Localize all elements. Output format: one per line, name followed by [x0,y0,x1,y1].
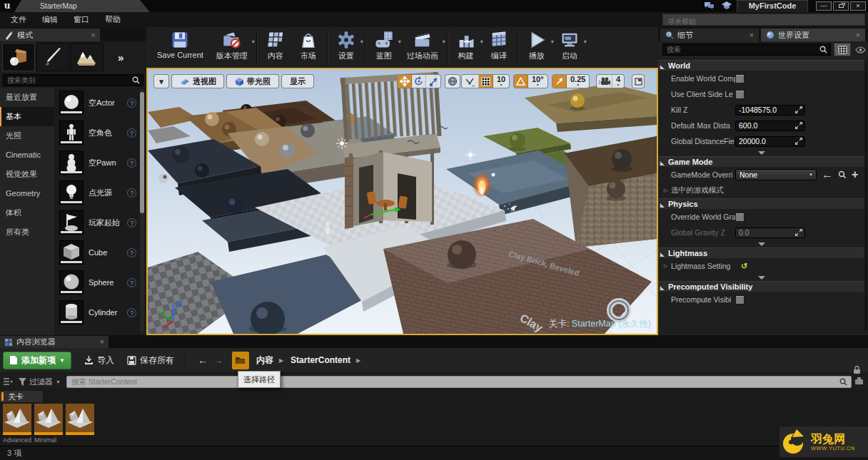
help-badge[interactable]: ? [127,98,136,108]
toolbar-button-source-control[interactable]: ▾版本管理 [210,27,254,68]
rotate-tool-button[interactable] [412,75,426,88]
rotation-snap-icon[interactable] [514,75,528,88]
content-search-input[interactable] [67,377,839,386]
breadcrumb-root[interactable]: 内容 [256,354,273,367]
place-mode-button[interactable] [2,43,35,71]
toolbar-button-play[interactable]: ▾播放 [520,27,553,68]
menu-item[interactable]: 文件 [3,12,34,27]
modes-scrollbar[interactable] [140,90,144,332]
toolbar-button-build[interactable]: ▾构建 [450,27,483,68]
lit-mode-button[interactable]: 带光照 [226,74,279,88]
help-badge[interactable]: ? [127,128,136,138]
tab-details[interactable]: i 细节 × [660,29,759,41]
number-field[interactable]: 0.0 [735,228,805,238]
close-button[interactable]: × [850,1,866,11]
chevron-down-icon[interactable]: ▾ [252,39,255,45]
tutorials-icon[interactable] [721,1,732,11]
viewport-options-button[interactable]: ▾ [153,74,169,88]
mode-category[interactable]: 所有类 [0,223,54,242]
modes-search[interactable] [3,74,143,86]
mode-category[interactable]: 体积 [0,203,54,223]
asset-tile[interactable] [66,404,94,443]
help-search[interactable] [662,14,865,26]
placement-item[interactable]: 空Pawn? [54,148,140,178]
eye-icon[interactable] [854,43,867,56]
scale-snap-icon[interactable] [552,75,567,88]
menu-item[interactable]: 帮助 [97,12,128,27]
tab-modes[interactable]: 模式 × [0,29,100,41]
checkbox[interactable] [735,74,745,83]
checkbox[interactable] [735,213,745,222]
help-badge[interactable]: ? [127,308,136,317]
scale-tool-button[interactable] [426,75,440,88]
modes-search-input[interactable] [4,76,132,84]
collection-levels[interactable]: 关卡 [0,391,43,402]
chevron-down-icon[interactable]: ▾ [360,39,363,45]
toolbar-button-launch[interactable]: ▾启动 [553,27,586,68]
reset-arrows-icon[interactable] [795,138,804,145]
reset-to-default-icon[interactable]: ↺ [741,262,747,271]
breadcrumb-path[interactable]: StarterContent [291,355,350,365]
help-badge[interactable]: ? [127,248,136,257]
content-search[interactable] [66,376,852,388]
world-coordinates-icon[interactable] [445,75,460,88]
settings-scrollbar[interactable] [864,60,867,331]
checkbox[interactable] [735,295,745,305]
chevron-down-icon[interactable]: ▾ [443,39,445,45]
property-matrix-button[interactable] [834,43,851,56]
camera-speed-icon[interactable] [597,75,612,88]
toolbar-button-settings[interactable]: ▾设置 [330,27,363,68]
toolbar-button-floppy[interactable]: Save Current [151,27,210,68]
number-field[interactable]: -1048575.0 [735,105,805,116]
menu-item[interactable]: 窗口 [66,12,97,27]
project-name-tab[interactable]: MyFirstCode [737,0,808,12]
mode-category[interactable]: 基本 [0,107,54,126]
import-button[interactable]: 导入 [84,354,114,367]
filters-button[interactable]: 过滤器 ▼ [19,377,61,387]
mode-category[interactable]: 视觉效果 [0,165,54,184]
help-search-input[interactable] [663,16,864,27]
placement-item[interactable]: Cube? [54,237,140,267]
forward-button[interactable]: → [211,354,226,366]
checkbox[interactable] [735,90,745,99]
section-expander[interactable] [658,149,865,156]
sources-panel-icon[interactable] [3,377,13,386]
close-icon[interactable]: × [750,31,754,39]
help-badge[interactable]: ? [127,278,136,287]
reset-arrows-icon[interactable] [795,106,804,113]
expand-arrow-icon[interactable]: ▷ [664,263,671,269]
save-all-button[interactable]: 保存所有 [127,354,174,367]
paint-mode-button[interactable] [36,43,69,71]
view-options-icon[interactable] [854,376,864,385]
scale-snap-value[interactable]: 0.25▾ [567,75,589,88]
help-badge[interactable]: ? [127,158,136,168]
maximize-viewport-button[interactable] [632,74,645,88]
asset-tile[interactable]: Advanced.. [3,404,31,443]
mode-category[interactable]: Cinematic [0,145,54,165]
placement-item[interactable]: Sphere? [54,267,140,297]
viewport-scene[interactable]: Clay Brick, Beveled Clay ♪ [148,69,657,334]
section-expander[interactable] [658,274,865,281]
grid-snap-value[interactable]: 10▾ [493,75,509,88]
placement-item[interactable]: Cylinder? [54,297,140,327]
toolbar-button-compile[interactable]: 编译 [483,27,515,68]
chat-icon[interactable] [704,1,715,11]
gamemode-dropdown[interactable]: None▾ [735,169,817,180]
viewport[interactable]: Clay Brick, Beveled Clay ♪ ▾ 透视图 带光照 显示 [146,68,658,335]
settings-search-input[interactable] [663,46,819,53]
minimize-button[interactable]: — [816,1,832,11]
surface-snap-icon[interactable] [462,75,479,88]
help-badge[interactable]: ? [127,218,136,228]
section-header[interactable]: ◣World [658,60,865,71]
section-header[interactable]: ◣Precomputed Visibility [658,281,865,292]
menu-item[interactable]: 编辑 [34,12,66,27]
placement-item[interactable]: 空角色? [54,118,140,148]
perspective-button[interactable]: 透视图 [171,74,224,88]
number-field[interactable]: 20000.0 [735,136,805,147]
restore-button[interactable] [833,1,849,11]
reset-arrows-icon[interactable] [795,122,804,129]
browse-icon[interactable] [838,170,847,179]
choose-path-button[interactable] [232,352,249,369]
help-badge[interactable]: ? [127,188,136,198]
number-field[interactable]: 600.0 [735,121,805,131]
